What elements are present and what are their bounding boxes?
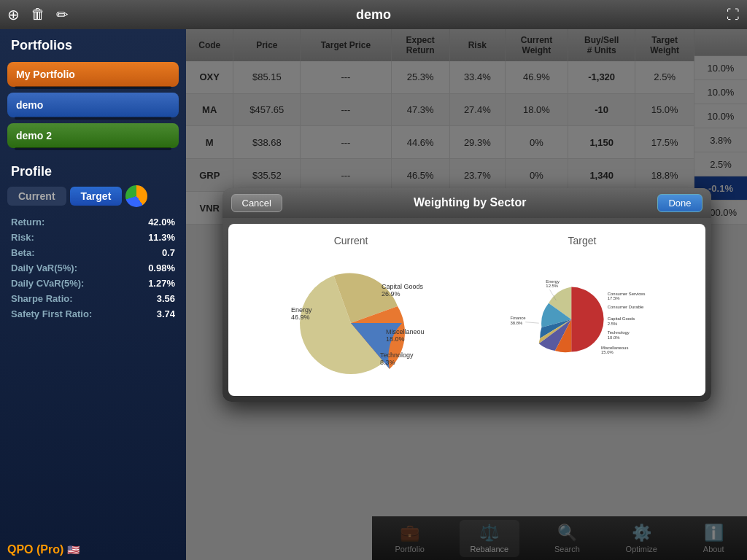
target-tech-label: Technology bbox=[608, 330, 630, 335]
expand-icon[interactable]: ⛶ bbox=[727, 7, 740, 23]
current-tech-label: Technology bbox=[380, 351, 414, 359]
cancel-button[interactable]: Cancel bbox=[231, 194, 282, 212]
sidebar: Portfolios My Portfolio demo demo 2 Prof… bbox=[0, 29, 186, 560]
svg-text:8.3%: 8.3% bbox=[380, 359, 395, 366]
app-label: QPO (Pro) 🇺🇸 bbox=[0, 536, 186, 560]
svg-text:2.5%: 2.5% bbox=[608, 322, 618, 326]
target-finance-slice1 bbox=[571, 287, 603, 319]
top-bar-title: demo bbox=[356, 7, 391, 23]
svg-text:26.9%: 26.9% bbox=[382, 290, 400, 298]
profile-header: Profile bbox=[7, 158, 179, 185]
current-misc-label: Miscellaneous bbox=[386, 328, 424, 335]
content-area: Code Price Target Price ExpectReturn Ris… bbox=[186, 29, 747, 560]
done-button[interactable]: Done bbox=[657, 194, 702, 212]
top-bar: ⊕ 🗑 ✏ demo ⛶ bbox=[0, 0, 747, 29]
portfolio-item-demo[interactable]: demo bbox=[7, 93, 179, 117]
target-misc-label: Miscellaneous bbox=[601, 345, 628, 349]
stat-sharpe: Sharpe Ratio: 3.56 bbox=[7, 291, 179, 306]
target-pie-container: Energy 12.5% Finance 38.8% Consumer Serv… bbox=[509, 254, 655, 385]
tab-target[interactable]: Target bbox=[70, 187, 123, 206]
edit-icon[interactable]: ✏ bbox=[56, 6, 69, 23]
svg-text:46.9%: 46.9% bbox=[291, 314, 310, 321]
svg-text:17.5%: 17.5% bbox=[608, 296, 620, 300]
target-consserv-label: Consumer Services bbox=[608, 291, 646, 295]
current-pie-container: Capital Goods 26.9% Miscellaneous 18.0% … bbox=[278, 254, 424, 385]
modal-title: Weighting by Sector bbox=[414, 196, 526, 209]
tab-current[interactable]: Current bbox=[7, 187, 66, 206]
portfolio-item-demo2[interactable]: demo 2 bbox=[7, 123, 179, 148]
svg-text:38.8%: 38.8% bbox=[510, 320, 522, 324]
profile-tabs: Current Target bbox=[7, 185, 179, 207]
current-chart-section: Current bbox=[239, 235, 463, 385]
modal-body: Current bbox=[228, 224, 705, 396]
modal-overlay: Cancel Weighting by Sector Done Current bbox=[186, 29, 747, 560]
svg-text:10.0%: 10.0% bbox=[608, 335, 620, 339]
svg-line-7 bbox=[525, 322, 539, 322]
portfolio-item-my-portfolio[interactable]: My Portfolio bbox=[7, 62, 179, 87]
flag-icon: 🇺🇸 bbox=[67, 544, 80, 556]
current-energy-slice2 bbox=[300, 323, 351, 374]
target-finance-slice2 bbox=[571, 319, 603, 351]
target-chart-section: Target bbox=[471, 235, 694, 385]
stat-beta: Beta: 0.7 bbox=[7, 245, 179, 260]
stat-risk: Risk: 11.3% bbox=[7, 230, 179, 245]
current-pie-svg: Capital Goods 26.9% Miscellaneous 18.0% … bbox=[278, 254, 424, 385]
portfolios-header: Portfolios bbox=[0, 29, 186, 59]
modal-header: Cancel Weighting by Sector Done bbox=[222, 188, 711, 218]
target-capgoods-label2: Capital Goods bbox=[608, 316, 635, 321]
svg-text:15.0%: 15.0% bbox=[601, 350, 614, 354]
target-energy-label: Energy bbox=[546, 279, 560, 283]
current-energy-label: Energy bbox=[291, 306, 312, 314]
stat-var: Daily VaR(5%): 0.98% bbox=[7, 260, 179, 276]
delete-icon[interactable]: 🗑 bbox=[31, 6, 45, 23]
current-chart-label: Current bbox=[334, 235, 368, 246]
current-capgoods-label: Capital Goods bbox=[382, 283, 424, 290]
stat-return: Return: 42.0% bbox=[7, 214, 179, 230]
add-icon[interactable]: ⊕ bbox=[7, 6, 20, 23]
weighting-modal: Cancel Weighting by Sector Done Current bbox=[222, 188, 711, 402]
main-layout: Portfolios My Portfolio demo demo 2 Prof… bbox=[0, 29, 747, 560]
stat-cvar: Daily CVaR(5%): 1.27% bbox=[7, 276, 179, 291]
sidebar-bottom: Profile Current Target Return: 42.0% Ris… bbox=[0, 151, 186, 536]
stat-safety: Safety First Ratio: 3.74 bbox=[7, 306, 179, 322]
svg-text:12.5%: 12.5% bbox=[546, 284, 558, 288]
top-bar-left-icons: ⊕ 🗑 ✏ bbox=[7, 6, 69, 23]
profile-pie-icon[interactable] bbox=[125, 185, 147, 207]
target-consdur-label: Consumer Durable bbox=[608, 305, 644, 309]
target-finance-label: Finance bbox=[510, 316, 526, 320]
target-pie-svg: Energy 12.5% Finance 38.8% Consumer Serv… bbox=[509, 254, 655, 385]
target-chart-label: Target bbox=[568, 235, 597, 246]
svg-text:18.0%: 18.0% bbox=[386, 335, 405, 343]
